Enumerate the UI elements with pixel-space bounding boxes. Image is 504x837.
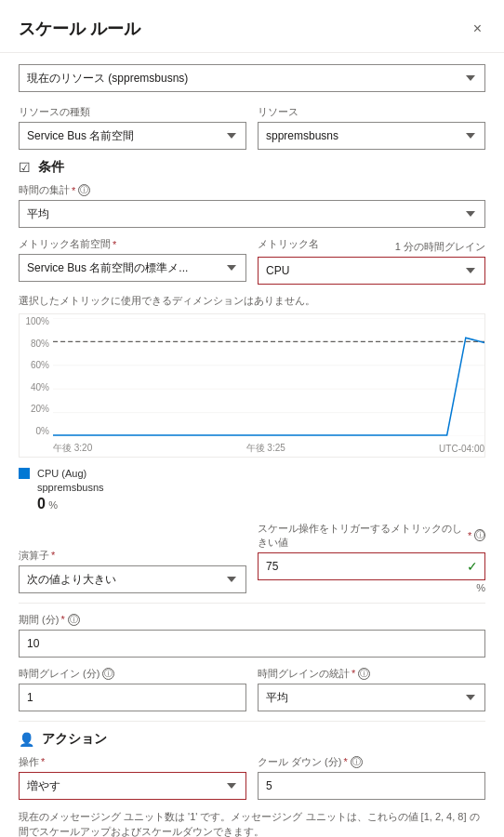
chart-xlabel-2: 午後 3:25 [246, 442, 285, 455]
metric-name-select-wrapper: CPU [258, 257, 485, 285]
footer-note: 現在のメッセージング ユニット数は '1' です。メッセージング ユニットは、こ… [19, 809, 485, 837]
operation-col: 操作 * 増やす [19, 755, 246, 800]
cooldown-input[interactable] [258, 772, 485, 800]
operation-select[interactable]: 増やす [19, 772, 246, 800]
metric-namespace-select-wrapper: Service Bus 名前空間の標準メ... [19, 254, 246, 282]
time-grain-row: 時間グレイン (分) ⓘ 時間グレインの統計 * ⓘ 平均 [19, 667, 485, 711]
operation-cooldown-row: 操作 * 増やす クール ダウン (分) * ⓘ [19, 755, 485, 800]
close-button[interactable]: × [470, 17, 485, 41]
time-aggregate-select[interactable]: 平均 [19, 200, 485, 228]
threshold-col: スケール操作をトリガーするメトリックのしきい値 * ⓘ ✓ % [258, 522, 485, 593]
time-aggregate-row: 時間の集計 * ⓘ 平均 [19, 183, 485, 228]
action-section-header: 👤 アクション [19, 731, 485, 748]
dialog-header: スケール ルール × [0, 0, 504, 53]
operator-select[interactable]: 次の値より大きい [19, 565, 246, 593]
chart-svg [53, 318, 484, 436]
metric-name-col: メトリック名 1 分の時間グレイン CPU [258, 237, 485, 285]
cooldown-label-row: クール ダウン (分) * ⓘ [258, 755, 485, 769]
legend-info: CPU (Aug) sppremsbusns 0 % [37, 467, 104, 512]
chart-ylabel-80: 80% [20, 339, 53, 349]
resource-type-row: リソースの種類 Service Bus 名前空間 リソース sppremsbus… [19, 105, 485, 150]
chart-xlabel-tz: UTC-04:00 [439, 444, 484, 454]
time-grain-stat-select[interactable]: 平均 [258, 684, 485, 711]
chart-ylabel-40: 40% [20, 382, 53, 392]
cooldown-col: クール ダウン (分) * ⓘ [258, 755, 485, 800]
period-label: 期間 (分) [19, 613, 59, 627]
time-grain-stat-label-row: 時間グレインの統計 * ⓘ [258, 667, 485, 681]
legend-value-row: 0 % [37, 496, 104, 512]
threshold-info-icon[interactable]: ⓘ [474, 529, 485, 541]
metric-name-label-row: メトリック名 1 分の時間グレイン [258, 237, 485, 254]
threshold-label-row: スケール操作をトリガーするメトリックのしきい値 * ⓘ [258, 522, 485, 550]
chart-area: 100% 80% 60% 40% 20% 0% [19, 313, 485, 458]
time-grain-stat-select-wrapper: 平均 [258, 684, 485, 711]
resource-select[interactable]: sppremsbusns [258, 122, 485, 150]
legend-color-box [19, 468, 30, 479]
operation-required: * [41, 756, 45, 767]
metric-row: メトリック名前空間 * Service Bus 名前空間の標準メ... メトリッ… [19, 237, 485, 285]
time-aggregate-label-row: 時間の集計 * ⓘ [19, 183, 485, 197]
resource-type-col: リソースの種類 Service Bus 名前空間 [19, 105, 246, 150]
resource-select-wrapper: sppremsbusns [258, 122, 485, 150]
threshold-label: スケール操作をトリガーするメトリックのしきい値 [258, 522, 466, 550]
operator-threshold-row: 演算子 * 次の値より大きい スケール操作をトリガーするメトリックのしきい値 *… [19, 522, 485, 593]
chart-ylabel-0: 0% [20, 426, 53, 436]
action-divider [19, 721, 485, 722]
time-grain-input[interactable] [19, 684, 246, 711]
period-input[interactable] [19, 630, 485, 658]
period-label-row: 期間 (分) * ⓘ [19, 613, 485, 627]
time-aggregate-required: * [72, 185, 75, 196]
time-grain-label: 時間グレイン (分) [19, 667, 99, 681]
period-info-icon[interactable]: ⓘ [68, 614, 80, 626]
chart-ylabel-20: 20% [20, 404, 53, 414]
resource-type-label: リソースの種類 [19, 105, 246, 119]
top-resource-select[interactable]: 現在のリソース (sppremsbusns) [19, 64, 485, 92]
resource-label: リソース [258, 105, 485, 119]
chart-ylabel-100: 100% [20, 316, 53, 326]
time-grain-info-icon[interactable]: ⓘ [102, 668, 114, 680]
condition-title: 条件 [38, 159, 64, 176]
time-grain-stat-required: * [351, 668, 355, 679]
cooldown-label: クール ダウン (分) [258, 755, 341, 769]
threshold-input-wrapper: ✓ [258, 552, 485, 580]
operation-select-wrapper: 増やす [19, 772, 246, 800]
metric-namespace-label: メトリック名前空間 [19, 237, 111, 251]
operation-label: 操作 [19, 755, 39, 769]
no-dimension-text: 選択したメトリックに使用できるディメンションはありません。 [19, 294, 485, 308]
time-aggregate-select-wrapper: 平均 [19, 200, 485, 228]
chart-xaxis: 午後 3:20 午後 3:25 UTC-04:00 [53, 440, 484, 457]
top-resource-row: 現在のリソース (sppremsbusns) [19, 64, 485, 92]
resource-type-select[interactable]: Service Bus 名前空間 [19, 122, 246, 150]
legend-name: CPU (Aug) [37, 467, 104, 481]
time-aggregate-info-icon[interactable]: ⓘ [78, 184, 90, 196]
metric-namespace-required: * [113, 239, 116, 250]
time-grain-text: 1 分の時間グレイン [395, 240, 485, 254]
legend-resource: sppremsbusns [37, 481, 104, 495]
legend-value: 0 [37, 496, 46, 512]
legend-area: CPU (Aug) sppremsbusns 0 % [19, 467, 485, 512]
threshold-unit: % [258, 582, 485, 593]
time-grain-stat-col: 時間グレインの統計 * ⓘ 平均 [258, 667, 485, 711]
operator-required: * [51, 550, 55, 561]
metric-namespace-select[interactable]: Service Bus 名前空間の標準メ... [19, 254, 246, 282]
dialog-body: 現在のリソース (sppremsbusns) リソースの種類 Service B… [0, 53, 504, 837]
cooldown-info-icon[interactable]: ⓘ [351, 756, 363, 768]
time-grain-stat-info-icon[interactable]: ⓘ [358, 668, 370, 680]
legend-unit: % [48, 499, 58, 511]
resource-type-select-wrapper: Service Bus 名前空間 [19, 122, 246, 150]
metric-name-label: メトリック名 [258, 237, 319, 251]
threshold-required: * [468, 530, 471, 541]
threshold-input[interactable] [258, 552, 485, 580]
cooldown-required: * [343, 756, 347, 767]
chart-xlabel-1: 午後 3:20 [53, 442, 92, 455]
period-row: 期間 (分) * ⓘ [19, 613, 485, 658]
metric-name-select[interactable]: CPU [258, 257, 485, 285]
top-resource-select-wrapper: 現在のリソース (sppremsbusns) [19, 64, 485, 92]
operator-select-wrapper: 次の値より大きい [19, 565, 246, 593]
condition-icon: ☑ [19, 160, 31, 175]
time-aggregate-label: 時間の集計 [19, 183, 70, 197]
time-grain-col: 時間グレイン (分) ⓘ [19, 667, 246, 711]
metric-namespace-col: メトリック名前空間 * Service Bus 名前空間の標準メ... [19, 237, 246, 285]
chart-ylabel-60: 60% [20, 360, 53, 370]
metric-namespace-label-row: メトリック名前空間 * [19, 237, 246, 251]
